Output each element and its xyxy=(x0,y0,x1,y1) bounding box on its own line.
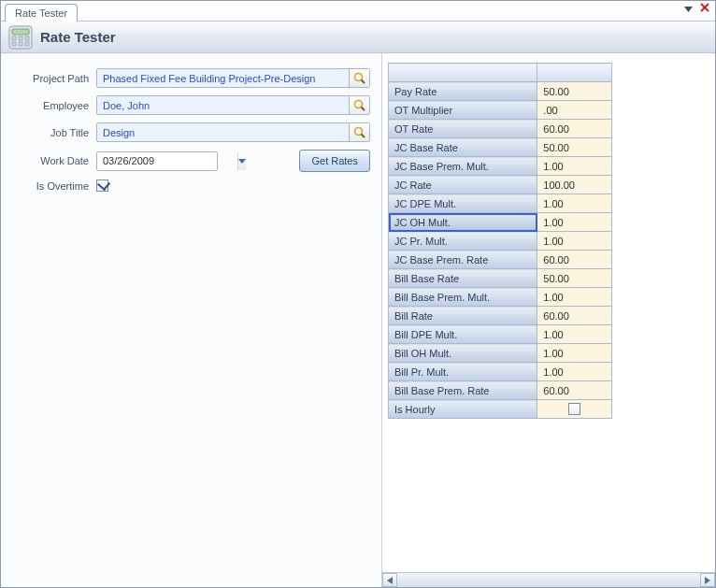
grid-header-value-col xyxy=(537,64,612,82)
rate-value[interactable]: 60.00 xyxy=(537,120,612,138)
project-path-input[interactable] xyxy=(97,69,349,87)
close-icon[interactable] xyxy=(700,3,709,14)
svg-marker-0 xyxy=(684,7,693,12)
rate-label: JC Base Rate xyxy=(389,138,537,157)
rate-label: OT Rate xyxy=(389,120,537,138)
svg-marker-18 xyxy=(387,577,393,584)
search-icon xyxy=(353,99,366,112)
employee-lookup-button[interactable] xyxy=(349,96,369,114)
table-row[interactable]: OT Multiplier.00 xyxy=(389,101,612,120)
tab-rate-tester[interactable]: Rate Tester xyxy=(5,4,78,22)
rate-value[interactable]: 100.00 xyxy=(537,176,612,194)
svg-rect-4 xyxy=(12,29,29,35)
rate-value[interactable]: 1.00 xyxy=(537,288,612,307)
rate-label: Bill DPE Mult. xyxy=(389,325,537,344)
project-path-lookup-button[interactable] xyxy=(349,69,369,87)
employee-label: Employee xyxy=(14,100,96,111)
table-row[interactable]: JC Base Prem. Mult.1.00 xyxy=(389,157,612,176)
calculator-icon xyxy=(8,25,33,50)
rate-value[interactable]: 60.00 xyxy=(537,251,612,269)
table-row[interactable]: Bill Pr. Mult.1.00 xyxy=(389,363,612,381)
table-row[interactable]: JC OH Mult.1.00 xyxy=(389,213,612,232)
rate-label: JC OH Mult. xyxy=(389,213,537,232)
rate-value[interactable]: 50.00 xyxy=(537,82,612,101)
is-hourly-checkbox[interactable] xyxy=(568,403,580,415)
table-row[interactable]: JC Rate100.00 xyxy=(389,176,612,194)
rate-value[interactable]: .00 xyxy=(537,101,612,120)
table-row[interactable]: JC DPE Mult.1.00 xyxy=(389,194,612,213)
rate-value[interactable] xyxy=(537,400,612,419)
chevron-right-icon xyxy=(705,577,710,584)
rate-value[interactable]: 60.00 xyxy=(537,381,612,400)
rate-label: Is Hourly xyxy=(389,400,537,419)
table-row[interactable]: Is Hourly xyxy=(389,400,612,419)
tab-strip: Rate Tester xyxy=(1,1,715,22)
rate-value[interactable]: 1.00 xyxy=(537,325,612,344)
scroll-left-button[interactable] xyxy=(382,573,397,587)
table-row[interactable]: Bill Base Rate50.00 xyxy=(389,269,612,288)
search-icon xyxy=(353,126,366,139)
table-row[interactable]: Bill DPE Mult.1.00 xyxy=(389,325,612,344)
table-row[interactable]: Bill Base Prem. Mult.1.00 xyxy=(389,288,612,307)
svg-line-14 xyxy=(361,107,365,110)
svg-line-16 xyxy=(361,134,365,137)
rate-label: OT Multiplier xyxy=(389,101,537,120)
get-rates-button[interactable]: Get Rates xyxy=(299,150,370,172)
table-row[interactable]: JC Pr. Mult.1.00 xyxy=(389,232,612,251)
page-title: Rate Tester xyxy=(40,29,116,45)
rate-value[interactable]: 50.00 xyxy=(537,269,612,288)
title-bar: Rate Tester xyxy=(1,22,715,53)
svg-rect-5 xyxy=(12,36,16,40)
svg-rect-9 xyxy=(19,42,22,46)
svg-rect-10 xyxy=(25,42,29,46)
table-row[interactable]: OT Rate60.00 xyxy=(389,120,612,138)
svg-rect-6 xyxy=(19,36,22,40)
horizontal-scrollbar[interactable] xyxy=(382,572,715,587)
table-row[interactable]: JC Base Rate50.00 xyxy=(389,138,612,157)
job-title-input[interactable] xyxy=(97,123,349,141)
rate-value[interactable]: 1.00 xyxy=(537,157,612,176)
rate-label: Bill Base Prem. Mult. xyxy=(389,288,537,307)
chevron-left-icon xyxy=(387,577,393,584)
table-row[interactable]: Bill Rate60.00 xyxy=(389,307,612,325)
rate-value[interactable]: 1.00 xyxy=(537,232,612,251)
table-row[interactable]: Bill Base Prem. Rate60.00 xyxy=(389,381,612,400)
rate-value[interactable]: 1.00 xyxy=(537,344,612,363)
grid-header-label-col xyxy=(389,64,537,82)
rate-value[interactable]: 1.00 xyxy=(537,194,612,213)
form-pane: Project Path Employee Job xyxy=(1,53,382,587)
work-date-field xyxy=(96,151,218,171)
work-date-dropdown-button[interactable] xyxy=(237,152,246,170)
tab-label: Rate Tester xyxy=(15,7,67,19)
scroll-right-button[interactable] xyxy=(700,573,715,587)
rate-label: JC DPE Mult. xyxy=(389,194,537,213)
is-overtime-checkbox[interactable] xyxy=(96,179,108,192)
rate-value[interactable]: 50.00 xyxy=(537,138,612,157)
project-path-label: Project Path xyxy=(14,73,96,84)
work-date-label: Work Date xyxy=(14,155,96,166)
rate-label: Bill Rate xyxy=(389,307,537,325)
scroll-track[interactable] xyxy=(397,573,700,587)
svg-marker-19 xyxy=(705,577,710,584)
table-row[interactable]: JC Base Prem. Rate60.00 xyxy=(389,251,612,269)
search-icon xyxy=(353,72,366,85)
rate-label: JC Pr. Mult. xyxy=(389,232,537,251)
table-row[interactable]: Pay Rate50.00 xyxy=(389,82,612,101)
employee-lookup xyxy=(96,95,370,115)
job-title-lookup-button[interactable] xyxy=(349,123,369,141)
employee-input[interactable] xyxy=(97,96,349,114)
rate-label: Bill Base Rate xyxy=(389,269,537,288)
rate-label: Pay Rate xyxy=(389,82,537,101)
tab-controls xyxy=(684,3,709,14)
rates-pane: Pay Rate50.00OT Multiplier.00OT Rate60.0… xyxy=(382,53,715,587)
rate-value[interactable]: 1.00 xyxy=(537,213,612,232)
work-date-input[interactable] xyxy=(97,152,237,170)
rate-value[interactable]: 60.00 xyxy=(537,307,612,325)
rate-value[interactable]: 1.00 xyxy=(537,363,612,381)
is-overtime-label: Is Overtime xyxy=(14,180,96,192)
dropdown-icon[interactable] xyxy=(684,3,693,14)
grid-header xyxy=(389,64,612,82)
rate-label: Bill Base Prem. Rate xyxy=(389,381,537,400)
table-row[interactable]: Bill OH Mult.1.00 xyxy=(389,344,612,363)
svg-line-12 xyxy=(361,79,365,83)
